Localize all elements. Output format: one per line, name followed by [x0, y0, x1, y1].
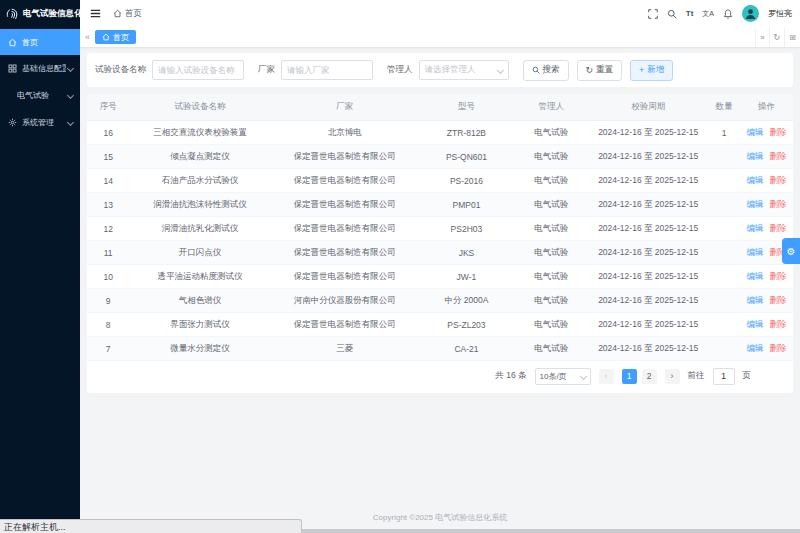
- edit-link[interactable]: 编辑: [747, 175, 764, 185]
- manager-select[interactable]: 请选择管理人: [419, 60, 509, 80]
- cell-no: 11: [87, 241, 129, 265]
- sidebar-item-home[interactable]: 首页: [0, 29, 80, 55]
- sidebar-item-system-management[interactable]: 系统管理: [0, 109, 80, 135]
- prev-page-button[interactable]: ‹: [599, 369, 614, 384]
- cell-qty: [708, 169, 740, 193]
- username-label[interactable]: 罗恒亮: [768, 8, 792, 19]
- topbar: 首页 Tt 文A 罗恒亮: [80, 0, 800, 28]
- cell-qty: [708, 289, 740, 313]
- translate-icon[interactable]: 文A: [702, 10, 714, 17]
- cell-manager: 电气试验: [514, 169, 588, 193]
- cell-no: 15: [87, 145, 129, 169]
- delete-link[interactable]: 删除: [770, 343, 787, 353]
- delete-link[interactable]: 删除: [770, 223, 787, 233]
- home-icon: [113, 9, 122, 18]
- fullscreen-icon[interactable]: [648, 9, 658, 19]
- page-size-value: 10条/页: [540, 371, 567, 382]
- edit-link[interactable]: 编辑: [747, 271, 764, 281]
- collapse-left-icon[interactable]: «: [80, 32, 95, 42]
- cell-qty: [708, 217, 740, 241]
- delete-link[interactable]: 删除: [770, 271, 787, 281]
- cell-actions: 编辑删除: [740, 217, 793, 241]
- cell-model: PS-2016: [419, 169, 514, 193]
- refresh-icon[interactable]: ↻: [769, 27, 785, 47]
- settings-fab[interactable]: ⚙: [782, 238, 800, 264]
- cell-model: PS2H03: [419, 217, 514, 241]
- cell-name: 界面张力测试仪: [129, 313, 270, 337]
- sidebar-item-basic-config[interactable]: 基础信息配置: [0, 55, 80, 81]
- edit-link[interactable]: 编辑: [747, 295, 764, 305]
- table-row: 13润滑油抗泡沫特性测试仪保定晋世电器制造有限公司PMP01电气试验2024-1…: [87, 193, 793, 217]
- app-screen: 电气试验信息化 首页 基础信息配置 电气试验: [0, 0, 800, 533]
- reset-button[interactable]: ↻ 重置: [577, 60, 623, 81]
- table-body: 16三相交直流仪表校验装置北京博电ZTR-812B电气试验2024-12-16 …: [87, 121, 793, 361]
- edit-link[interactable]: 编辑: [747, 247, 764, 257]
- cell-vendor: 保定晋世电器制造有限公司: [271, 169, 419, 193]
- home-icon: [7, 38, 18, 47]
- search-button[interactable]: 搜索: [523, 60, 569, 81]
- edit-link[interactable]: 编辑: [747, 127, 764, 137]
- delete-link[interactable]: 删除: [770, 127, 787, 137]
- cell-vendor: 保定晋世电器制造有限公司: [271, 313, 419, 337]
- cell-no: 10: [87, 265, 129, 289]
- cell-manager: 电气试验: [514, 217, 588, 241]
- delete-link[interactable]: 删除: [770, 319, 787, 329]
- cell-actions: 编辑删除: [740, 313, 793, 337]
- edit-link[interactable]: 编辑: [747, 199, 764, 209]
- cell-qty: 1: [708, 121, 740, 145]
- goto-page-input[interactable]: [713, 368, 735, 385]
- cell-actions: 编辑删除: [740, 337, 793, 361]
- cell-name: 透平油运动粘度测试仪: [129, 265, 270, 289]
- cell-no: 13: [87, 193, 129, 217]
- cell-model: JKS: [419, 241, 514, 265]
- delete-link[interactable]: 删除: [770, 199, 787, 209]
- chevron-down-icon: [67, 91, 74, 98]
- edit-link[interactable]: 编辑: [747, 319, 764, 329]
- cell-qty: [708, 313, 740, 337]
- next-page-button[interactable]: ›: [665, 369, 680, 384]
- cell-vendor: 三菱: [271, 337, 419, 361]
- pagination: 共 16 条 10条/页 ‹ 12 › 前往 页: [87, 361, 793, 391]
- edit-link[interactable]: 编辑: [747, 343, 764, 353]
- font-size-icon[interactable]: Tt: [686, 10, 694, 18]
- app-logo: 电气试验信息化: [0, 0, 80, 27]
- filter-bar: 试验设备名称 厂家 管理人 请选择管理人 搜索 ↻ 重置 + 新增: [87, 53, 793, 87]
- page-size-select[interactable]: 10条/页: [535, 368, 591, 385]
- equipment-table-card: 序号 试验设备名称 厂家 型号 管理人 校验周期 数量 操作 16三相交直流仪表…: [87, 94, 793, 393]
- edit-link[interactable]: 编辑: [747, 223, 764, 233]
- table-row: 16三相交直流仪表校验装置北京博电ZTR-812B电气试验2024-12-16 …: [87, 121, 793, 145]
- avatar[interactable]: [742, 5, 759, 22]
- breadcrumb[interactable]: 首页: [113, 8, 142, 20]
- hamburger-menu-icon[interactable]: [90, 8, 101, 19]
- delete-link[interactable]: 删除: [770, 175, 787, 185]
- gear-icon: [7, 118, 18, 127]
- search-icon[interactable]: [667, 9, 677, 19]
- cell-name: 气相色谱仪: [129, 289, 270, 313]
- cell-actions: 编辑删除: [740, 169, 793, 193]
- cell-manager: 电气试验: [514, 241, 588, 265]
- sidebar-menu: 首页 基础信息配置 电气试验 系统管理: [0, 29, 80, 135]
- delete-link[interactable]: 删除: [770, 151, 787, 161]
- cell-vendor: 北京博电: [271, 121, 419, 145]
- add-button[interactable]: + 新增: [630, 60, 673, 81]
- cell-name: 润滑油抗泡沫特性测试仪: [129, 193, 270, 217]
- topbar-actions: Tt 文A 罗恒亮: [648, 5, 800, 22]
- gear-icon: ⚙: [787, 246, 796, 257]
- cell-vendor: 保定晋世电器制造有限公司: [271, 193, 419, 217]
- page-button-2[interactable]: 2: [642, 369, 657, 384]
- search-icon: [532, 66, 540, 74]
- cell-name: 三相交直流仪表校验装置: [129, 121, 270, 145]
- layout-grid-icon[interactable]: ⊞: [784, 27, 800, 47]
- table-row: 15倾点凝点测定仪保定晋世电器制造有限公司PS-QN601电气试验2024-12…: [87, 145, 793, 169]
- delete-link[interactable]: 删除: [770, 295, 787, 305]
- tab-home[interactable]: 首页: [95, 30, 136, 44]
- page-button-1[interactable]: 1: [622, 369, 637, 384]
- reset-button-label: 重置: [596, 64, 613, 76]
- cell-name: 倾点凝点测定仪: [129, 145, 270, 169]
- edit-link[interactable]: 编辑: [747, 151, 764, 161]
- vendor-input[interactable]: [281, 60, 373, 80]
- sidebar-item-electrical-test[interactable]: 电气试验: [0, 81, 80, 109]
- scroll-right-icon[interactable]: »: [755, 27, 768, 47]
- device-name-input[interactable]: [152, 60, 244, 80]
- bell-icon[interactable]: [723, 9, 733, 19]
